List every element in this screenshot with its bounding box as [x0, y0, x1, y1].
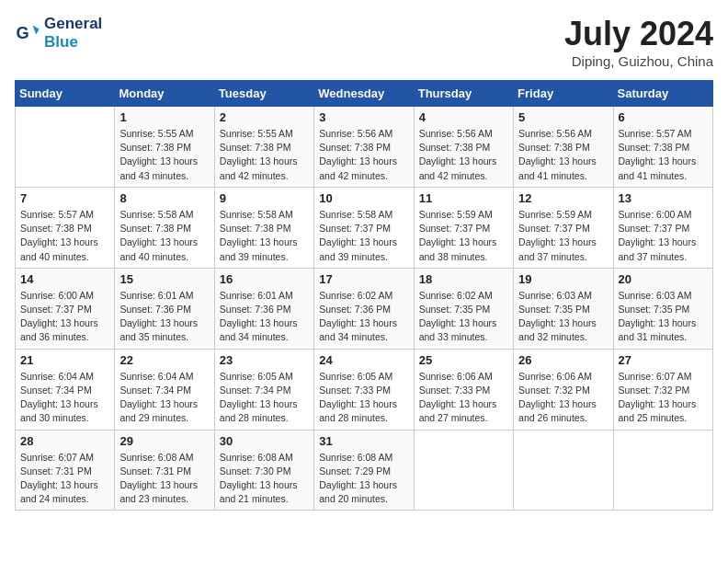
calendar-cell: 3 Sunrise: 5:56 AMSunset: 7:38 PMDayligh…: [314, 107, 414, 188]
cell-info: Sunrise: 5:56 AMSunset: 7:38 PMDaylight:…: [319, 127, 408, 183]
cell-info: Sunrise: 5:55 AMSunset: 7:38 PMDaylight:…: [119, 127, 209, 183]
cell-info: Sunrise: 6:03 AMSunset: 7:35 PMDaylight:…: [619, 289, 708, 345]
cell-info: Sunrise: 6:03 AMSunset: 7:35 PMDaylight:…: [518, 289, 608, 345]
calendar-cell: 9 Sunrise: 5:58 AMSunset: 7:38 PMDayligh…: [214, 187, 313, 268]
day-number: 31: [319, 434, 408, 448]
cell-info: Sunrise: 6:07 AMSunset: 7:31 PMDaylight:…: [20, 451, 109, 507]
calendar-cell: 31 Sunrise: 6:08 AMSunset: 7:29 PMDaylig…: [314, 430, 414, 511]
calendar-cell: 15 Sunrise: 6:01 AMSunset: 7:36 PMDaylig…: [115, 268, 214, 349]
calendar-cell: 21 Sunrise: 6:04 AMSunset: 7:34 PMDaylig…: [16, 349, 115, 430]
calendar-cell: [613, 430, 712, 511]
logo-text-line2: Blue: [44, 33, 102, 52]
calendar-cell: 28 Sunrise: 6:07 AMSunset: 7:31 PMDaylig…: [16, 430, 115, 511]
cell-info: Sunrise: 6:08 AMSunset: 7:30 PMDaylight:…: [220, 451, 309, 507]
cell-info: Sunrise: 5:58 AMSunset: 7:37 PMDaylight:…: [319, 208, 408, 264]
day-number: 4: [419, 110, 508, 124]
calendar-cell: 1 Sunrise: 5:55 AMSunset: 7:38 PMDayligh…: [115, 107, 214, 188]
calendar-cell: 7 Sunrise: 5:57 AMSunset: 7:38 PMDayligh…: [16, 187, 115, 268]
day-number: 3: [319, 110, 408, 124]
cell-info: Sunrise: 5:57 AMSunset: 7:38 PMDaylight:…: [20, 208, 109, 264]
cell-info: Sunrise: 6:01 AMSunset: 7:36 PMDaylight:…: [220, 289, 309, 345]
cell-info: Sunrise: 5:56 AMSunset: 7:38 PMDaylight:…: [518, 127, 608, 183]
calendar-cell: 23 Sunrise: 6:05 AMSunset: 7:34 PMDaylig…: [214, 349, 313, 430]
day-number: 2: [220, 110, 309, 124]
cell-info: Sunrise: 5:55 AMSunset: 7:38 PMDaylight:…: [220, 127, 309, 183]
day-number: 13: [619, 191, 708, 205]
weekday-header-saturday: Saturday: [613, 81, 712, 107]
weekday-header-row: SundayMondayTuesdayWednesdayThursdayFrid…: [16, 81, 713, 107]
day-number: 12: [518, 191, 608, 205]
day-number: 21: [20, 353, 109, 367]
calendar-week-row: 21 Sunrise: 6:04 AMSunset: 7:34 PMDaylig…: [16, 349, 713, 430]
calendar-cell: 2 Sunrise: 5:55 AMSunset: 7:38 PMDayligh…: [214, 107, 313, 188]
calendar-cell: [414, 430, 513, 511]
cell-info: Sunrise: 5:56 AMSunset: 7:38 PMDaylight:…: [419, 127, 508, 183]
weekday-header-sunday: Sunday: [16, 81, 115, 107]
calendar-cell: 14 Sunrise: 6:00 AMSunset: 7:37 PMDaylig…: [16, 268, 115, 349]
weekday-header-thursday: Thursday: [414, 81, 513, 107]
cell-info: Sunrise: 6:06 AMSunset: 7:33 PMDaylight:…: [419, 370, 508, 426]
calendar-cell: 6 Sunrise: 5:57 AMSunset: 7:38 PMDayligh…: [613, 107, 712, 188]
day-number: 6: [619, 110, 708, 124]
calendar-week-row: 14 Sunrise: 6:00 AMSunset: 7:37 PMDaylig…: [16, 268, 713, 349]
day-number: 18: [419, 272, 508, 286]
day-number: 26: [518, 353, 608, 367]
calendar-cell: 20 Sunrise: 6:03 AMSunset: 7:35 PMDaylig…: [613, 268, 712, 349]
location-label: Diping, Guizhou, China: [564, 53, 713, 69]
calendar-cell: 10 Sunrise: 5:58 AMSunset: 7:37 PMDaylig…: [314, 187, 414, 268]
calendar-cell: 4 Sunrise: 5:56 AMSunset: 7:38 PMDayligh…: [414, 107, 513, 188]
calendar-cell: 12 Sunrise: 5:59 AMSunset: 7:37 PMDaylig…: [514, 187, 613, 268]
day-number: 19: [518, 272, 608, 286]
cell-info: Sunrise: 6:05 AMSunset: 7:33 PMDaylight:…: [319, 370, 408, 426]
month-year-title: July 2024: [564, 15, 713, 53]
day-number: 28: [20, 434, 109, 448]
cell-info: Sunrise: 6:07 AMSunset: 7:32 PMDaylight:…: [619, 370, 708, 426]
logo-text-line1: General: [44, 15, 102, 33]
calendar-week-row: 1 Sunrise: 5:55 AMSunset: 7:38 PMDayligh…: [16, 107, 713, 188]
calendar-week-row: 7 Sunrise: 5:57 AMSunset: 7:38 PMDayligh…: [16, 187, 713, 268]
svg-marker-1: [33, 25, 40, 34]
calendar-cell: 13 Sunrise: 6:00 AMSunset: 7:37 PMDaylig…: [613, 187, 712, 268]
calendar-cell: 27 Sunrise: 6:07 AMSunset: 7:32 PMDaylig…: [613, 349, 712, 430]
day-number: 17: [319, 272, 408, 286]
calendar-cell: [514, 430, 613, 511]
cell-info: Sunrise: 6:02 AMSunset: 7:35 PMDaylight:…: [419, 289, 508, 345]
day-number: 7: [20, 191, 109, 205]
day-number: 29: [119, 434, 209, 448]
day-number: 20: [619, 272, 708, 286]
cell-info: Sunrise: 5:58 AMSunset: 7:38 PMDaylight:…: [119, 208, 209, 264]
calendar-cell: 8 Sunrise: 5:58 AMSunset: 7:38 PMDayligh…: [115, 187, 214, 268]
weekday-header-monday: Monday: [115, 81, 214, 107]
calendar-cell: 30 Sunrise: 6:08 AMSunset: 7:30 PMDaylig…: [214, 430, 313, 511]
cell-info: Sunrise: 5:57 AMSunset: 7:38 PMDaylight:…: [619, 127, 708, 183]
cell-info: Sunrise: 6:00 AMSunset: 7:37 PMDaylight:…: [20, 289, 109, 345]
weekday-header-friday: Friday: [514, 81, 613, 107]
cell-info: Sunrise: 6:08 AMSunset: 7:31 PMDaylight:…: [119, 451, 209, 507]
day-number: 1: [119, 110, 209, 124]
cell-info: Sunrise: 5:58 AMSunset: 7:38 PMDaylight:…: [220, 208, 309, 264]
cell-info: Sunrise: 6:06 AMSunset: 7:32 PMDaylight:…: [518, 370, 608, 426]
day-number: 8: [119, 191, 209, 205]
cell-info: Sunrise: 6:00 AMSunset: 7:37 PMDaylight:…: [619, 208, 708, 264]
title-block: July 2024 Diping, Guizhou, China: [564, 15, 713, 69]
day-number: 24: [319, 353, 408, 367]
calendar-cell: 16 Sunrise: 6:01 AMSunset: 7:36 PMDaylig…: [214, 268, 313, 349]
cell-info: Sunrise: 6:02 AMSunset: 7:36 PMDaylight:…: [319, 289, 408, 345]
cell-info: Sunrise: 5:59 AMSunset: 7:37 PMDaylight:…: [419, 208, 508, 264]
logo-icon: G: [15, 20, 40, 46]
cell-info: Sunrise: 6:01 AMSunset: 7:36 PMDaylight:…: [119, 289, 209, 345]
calendar-cell: 18 Sunrise: 6:02 AMSunset: 7:35 PMDaylig…: [414, 268, 513, 349]
day-number: 9: [220, 191, 309, 205]
calendar-cell: 5 Sunrise: 5:56 AMSunset: 7:38 PMDayligh…: [514, 107, 613, 188]
day-number: 15: [119, 272, 209, 286]
day-number: 25: [419, 353, 508, 367]
day-number: 27: [619, 353, 708, 367]
day-number: 16: [220, 272, 309, 286]
calendar-cell: 17 Sunrise: 6:02 AMSunset: 7:36 PMDaylig…: [314, 268, 414, 349]
cell-info: Sunrise: 5:59 AMSunset: 7:37 PMDaylight:…: [518, 208, 608, 264]
calendar-cell: 25 Sunrise: 6:06 AMSunset: 7:33 PMDaylig…: [414, 349, 513, 430]
calendar-cell: 22 Sunrise: 6:04 AMSunset: 7:34 PMDaylig…: [115, 349, 214, 430]
calendar-cell: 26 Sunrise: 6:06 AMSunset: 7:32 PMDaylig…: [514, 349, 613, 430]
cell-info: Sunrise: 6:04 AMSunset: 7:34 PMDaylight:…: [119, 370, 209, 426]
day-number: 23: [220, 353, 309, 367]
